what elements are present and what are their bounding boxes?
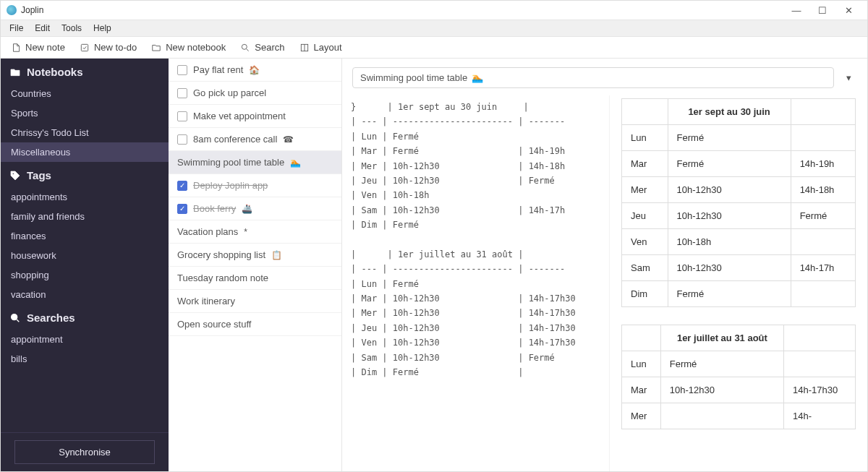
sidebar-tag-item[interactable]: family and friends — [1, 207, 169, 226]
timetable-day: Lun — [622, 351, 661, 377]
timetable-row: DimFermé — [622, 281, 856, 307]
note-list-item[interactable]: Work itinerary — [169, 290, 341, 313]
sidebar-notebooks-header[interactable]: Notebooks — [1, 59, 169, 84]
note-list-item[interactable]: Vacation plans * — [169, 220, 341, 244]
timetable-cell: Fermé — [668, 151, 791, 177]
menu-tools[interactable]: Tools — [56, 22, 88, 35]
todo-checkbox[interactable] — [177, 181, 187, 191]
new-notebook-label: New notebook — [166, 42, 226, 53]
note-list-item-label: Make vet appointment — [193, 111, 286, 121]
synchronise-button[interactable]: Synchronise — [14, 440, 155, 464]
menu-edit[interactable]: Edit — [29, 22, 56, 35]
sync-section: Synchronise — [1, 432, 169, 471]
rendered-preview-pane[interactable]: 1er sept au 30 juinLunFerméMarFermé14h-1… — [610, 95, 867, 471]
layout-icon — [299, 43, 310, 53]
timetable-cell: Fermé — [791, 203, 855, 229]
todo-checkbox[interactable] — [177, 204, 187, 214]
timetable-cell: 10h-18h — [668, 229, 791, 255]
timetable-cell — [784, 351, 856, 377]
sidebar-tag-item[interactable]: finances — [1, 226, 169, 246]
todo-checkbox[interactable] — [177, 134, 187, 145]
note-title-input[interactable]: Swimming pool time table 🏊 — [352, 67, 834, 88]
timetable-day: Mar — [622, 151, 668, 177]
note-list-item[interactable]: Make vet appointment — [169, 105, 341, 128]
markdown-source-pane[interactable]: } | 1er sept au 30 juin | | --- | ------… — [342, 95, 610, 471]
note-list-item-label: Vacation plans — [177, 226, 238, 237]
timetable-row: Sam10h-12h3014h-17h — [622, 255, 856, 281]
note-item-emoji: 📋 — [271, 250, 282, 260]
timetable-cell: 10h-12h30 — [660, 377, 783, 403]
timetable-row: Ven10h-18h — [622, 229, 856, 255]
note-list-item[interactable]: Swimming pool time table 🏊 — [169, 151, 341, 174]
toolbar: New note New to-do New notebook Search L… — [1, 37, 867, 59]
new-todo-label: New to-do — [94, 42, 137, 53]
note-list[interactable]: Pay flat rent 🏠Go pick up parcelMake vet… — [169, 59, 342, 471]
todo-checkbox[interactable] — [177, 88, 187, 98]
app-window: Joplin — ☐ ✕ File Edit Tools Help New no… — [0, 0, 868, 472]
timetable-row: Jeu10h-12h30Fermé — [622, 203, 856, 229]
timetable-cell — [791, 229, 855, 255]
sidebar-notebook-item[interactable]: Sports — [1, 103, 169, 123]
sidebar-notebook-item[interactable]: Miscellaneous — [1, 142, 169, 162]
close-button[interactable]: ✕ — [835, 1, 861, 20]
editor-body: } | 1er sept au 30 juin | | --- | ------… — [342, 95, 867, 471]
note-list-item[interactable]: Pay flat rent 🏠 — [169, 59, 341, 82]
note-list-item[interactable]: 8am conference call ☎ — [169, 128, 341, 151]
sidebar-tags-header[interactable]: Tags — [1, 162, 169, 187]
notebook-icon — [151, 43, 161, 53]
timetable-day: Jeu — [622, 203, 668, 229]
timetable-cell: 10h-12h30 — [668, 203, 791, 229]
svg-point-4 — [12, 314, 17, 319]
note-list-item-label: Swimming pool time table — [177, 157, 284, 168]
todo-icon — [80, 43, 90, 53]
new-notebook-button[interactable]: New notebook — [145, 40, 231, 55]
note-list-item[interactable]: Go pick up parcel — [169, 82, 341, 105]
sidebar-tag-item[interactable]: appointments — [1, 187, 169, 207]
timetable-cell: Fermé — [668, 281, 791, 307]
timetable-day: Lun — [622, 125, 668, 151]
sidebar: Notebooks CountriesSportsChrissy's Todo … — [1, 59, 169, 471]
note-list-item[interactable]: Open source stuff — [169, 313, 341, 336]
note-title-text: Swimming pool time table — [360, 72, 467, 83]
sidebar-tag-item[interactable]: vacation — [1, 285, 169, 304]
timetable-row: LunFermé — [622, 125, 856, 151]
timetable-row: MarFermé14h-19h — [622, 151, 856, 177]
new-note-button[interactable]: New note — [5, 40, 71, 55]
folder-icon — [9, 66, 21, 78]
new-todo-button[interactable]: New to-do — [74, 40, 142, 55]
timetable-cell — [660, 403, 783, 429]
timetable: 1er sept au 30 juinLunFerméMarFermé14h-1… — [621, 98, 856, 307]
layout-label: Layout — [314, 42, 342, 53]
timetable-cell: Fermé — [668, 125, 791, 151]
maximize-button[interactable]: ☐ — [809, 1, 835, 20]
note-list-item[interactable]: Book ferry 🚢 — [169, 197, 341, 220]
svg-point-1 — [242, 44, 247, 49]
timetable-day: Mer — [622, 177, 668, 203]
sidebar-tag-item[interactable]: shopping — [1, 265, 169, 285]
todo-checkbox[interactable] — [177, 111, 187, 121]
note-list-item-label: Pay flat rent — [193, 64, 243, 75]
note-actions-dropdown[interactable]: ▾ — [840, 69, 857, 87]
timetable-title: 1er sept au 30 juin — [668, 99, 791, 125]
sidebar-search-item[interactable]: bills — [1, 349, 169, 369]
note-list-item[interactable]: Grocery shopping list 📋 — [169, 244, 341, 267]
note-item-emoji: ☎ — [283, 134, 294, 145]
menu-help[interactable]: Help — [88, 22, 117, 35]
layout-button[interactable]: Layout — [294, 40, 348, 55]
minimize-button[interactable]: — — [783, 1, 809, 20]
timetable-cell — [791, 281, 855, 307]
sidebar-notebook-item[interactable]: Countries — [1, 84, 169, 103]
search-button[interactable]: Search — [234, 40, 290, 55]
timetable-day: Dim — [622, 281, 668, 307]
sidebar-tag-item[interactable]: housework — [1, 246, 169, 265]
timetable-day: Sam — [622, 255, 668, 281]
note-list-item-label: Book ferry — [193, 203, 236, 214]
menu-file[interactable]: File — [4, 22, 29, 35]
note-list-item[interactable]: Tuesday random note — [169, 267, 341, 290]
todo-checkbox[interactable] — [177, 65, 187, 75]
sidebar-searches-header[interactable]: Searches — [1, 304, 169, 330]
sidebar-search-item[interactable]: appointment — [1, 330, 169, 349]
note-list-item[interactable]: Deploy Joplin app — [169, 174, 341, 197]
sidebar-notebook-item[interactable]: Chrissy's Todo List — [1, 123, 169, 142]
note-list-item-label: Open source stuff — [177, 319, 251, 330]
